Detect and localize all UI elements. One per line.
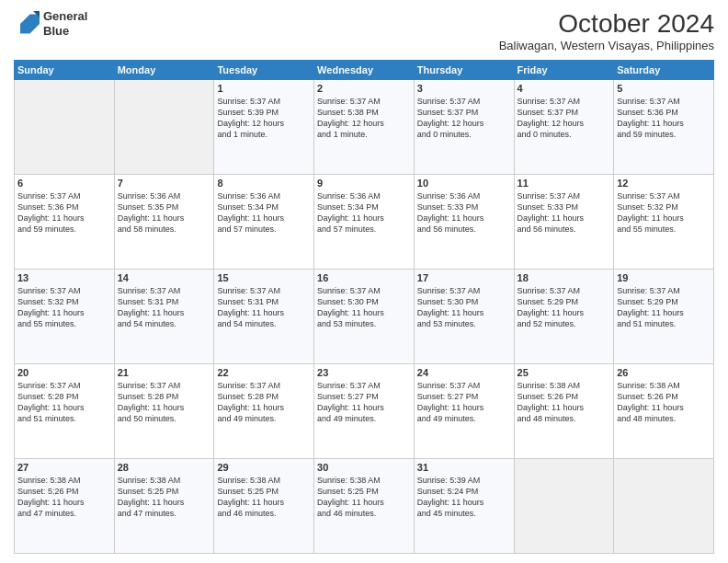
cell-content: Sunrise: 5:37 AM Sunset: 5:27 PM Dayligh… (317, 380, 411, 425)
day-number: 2 (317, 83, 411, 94)
calendar-cell: 30Sunrise: 5:38 AM Sunset: 5:25 PM Dayli… (314, 459, 415, 554)
logo: General Blue (14, 9, 87, 38)
cell-content: Sunrise: 5:37 AM Sunset: 5:32 PM Dayligh… (617, 190, 711, 236)
calendar-cell: 17Sunrise: 5:37 AM Sunset: 5:30 PM Dayli… (414, 270, 514, 364)
day-number: 11 (518, 178, 611, 189)
calendar-cell: 8Sunrise: 5:36 AM Sunset: 5:34 PM Daylig… (214, 175, 314, 270)
calendar-cell: 20Sunrise: 5:37 AM Sunset: 5:28 PM Dayli… (15, 364, 115, 459)
header-cell-sunday: Sunday (15, 61, 115, 80)
calendar-cell (514, 459, 614, 554)
calendar-cell: 1Sunrise: 5:37 AM Sunset: 5:39 PM Daylig… (214, 80, 314, 175)
week-row-3: 20Sunrise: 5:37 AM Sunset: 5:28 PM Dayli… (15, 364, 714, 459)
day-number: 1 (217, 83, 311, 94)
day-number: 7 (118, 178, 211, 189)
day-number: 15 (217, 272, 311, 283)
day-number: 25 (518, 367, 611, 378)
calendar-cell: 29Sunrise: 5:38 AM Sunset: 5:25 PM Dayli… (214, 459, 314, 554)
cell-content: Sunrise: 5:37 AM Sunset: 5:31 PM Dayligh… (217, 285, 311, 330)
cell-content: Sunrise: 5:37 AM Sunset: 5:28 PM Dayligh… (118, 380, 211, 425)
cell-content: Sunrise: 5:38 AM Sunset: 5:26 PM Dayligh… (17, 475, 111, 520)
calendar-cell: 2Sunrise: 5:37 AM Sunset: 5:38 PM Daylig… (314, 80, 415, 175)
day-number: 5 (617, 83, 711, 94)
calendar-cell: 13Sunrise: 5:37 AM Sunset: 5:32 PM Dayli… (15, 270, 115, 364)
calendar-cell: 4Sunrise: 5:37 AM Sunset: 5:37 PM Daylig… (514, 80, 614, 175)
cell-content: Sunrise: 5:37 AM Sunset: 5:30 PM Dayligh… (317, 285, 411, 330)
cell-content: Sunrise: 5:37 AM Sunset: 5:28 PM Dayligh… (217, 380, 311, 425)
cell-content: Sunrise: 5:37 AM Sunset: 5:30 PM Dayligh… (417, 285, 511, 330)
calendar-cell: 31Sunrise: 5:39 AM Sunset: 5:24 PM Dayli… (414, 459, 514, 554)
cell-content: Sunrise: 5:38 AM Sunset: 5:25 PM Dayligh… (317, 475, 411, 520)
cell-content: Sunrise: 5:37 AM Sunset: 5:39 PM Dayligh… (217, 96, 311, 141)
day-number: 16 (317, 272, 411, 283)
day-number: 27 (17, 462, 111, 473)
calendar-cell: 19Sunrise: 5:37 AM Sunset: 5:29 PM Dayli… (614, 270, 714, 364)
week-row-4: 27Sunrise: 5:38 AM Sunset: 5:26 PM Dayli… (15, 459, 714, 554)
calendar-cell: 9Sunrise: 5:36 AM Sunset: 5:34 PM Daylig… (314, 175, 415, 270)
calendar-cell: 14Sunrise: 5:37 AM Sunset: 5:31 PM Dayli… (114, 270, 214, 364)
cell-content: Sunrise: 5:37 AM Sunset: 5:37 PM Dayligh… (417, 96, 511, 141)
calendar-cell: 15Sunrise: 5:37 AM Sunset: 5:31 PM Dayli… (214, 270, 314, 364)
cell-content: Sunrise: 5:38 AM Sunset: 5:25 PM Dayligh… (118, 475, 211, 520)
logo-icon (14, 11, 40, 37)
header: General Blue October 2024 Baliwagan, Wes… (14, 9, 714, 52)
day-number: 28 (118, 462, 211, 473)
calendar-cell: 11Sunrise: 5:37 AM Sunset: 5:33 PM Dayli… (514, 175, 614, 270)
header-row: SundayMondayTuesdayWednesdayThursdayFrid… (15, 61, 714, 80)
day-number: 19 (617, 272, 711, 283)
day-number: 26 (617, 367, 711, 378)
cell-content: Sunrise: 5:39 AM Sunset: 5:24 PM Dayligh… (417, 475, 511, 520)
cell-content: Sunrise: 5:38 AM Sunset: 5:26 PM Dayligh… (518, 380, 611, 425)
calendar-cell: 3Sunrise: 5:37 AM Sunset: 5:37 PM Daylig… (414, 80, 514, 175)
header-cell-thursday: Thursday (414, 61, 514, 80)
cell-content: Sunrise: 5:37 AM Sunset: 5:29 PM Dayligh… (617, 285, 711, 330)
day-number: 22 (217, 367, 311, 378)
day-number: 14 (118, 272, 211, 283)
calendar-cell: 26Sunrise: 5:38 AM Sunset: 5:26 PM Dayli… (614, 364, 714, 459)
calendar-table: SundayMondayTuesdayWednesdayThursdayFrid… (14, 60, 714, 554)
cell-content: Sunrise: 5:37 AM Sunset: 5:36 PM Dayligh… (617, 96, 711, 141)
cell-content: Sunrise: 5:37 AM Sunset: 5:32 PM Dayligh… (17, 285, 111, 330)
calendar-cell: 16Sunrise: 5:37 AM Sunset: 5:30 PM Dayli… (314, 270, 415, 364)
calendar-cell: 25Sunrise: 5:38 AM Sunset: 5:26 PM Dayli… (514, 364, 614, 459)
cell-content: Sunrise: 5:37 AM Sunset: 5:31 PM Dayligh… (118, 285, 211, 330)
calendar-cell (614, 459, 714, 554)
cell-content: Sunrise: 5:37 AM Sunset: 5:36 PM Dayligh… (17, 190, 111, 236)
day-number: 18 (518, 272, 611, 283)
day-number: 29 (217, 462, 311, 473)
calendar-cell: 18Sunrise: 5:37 AM Sunset: 5:29 PM Dayli… (514, 270, 614, 364)
header-cell-friday: Friday (514, 61, 614, 80)
day-number: 4 (518, 83, 611, 94)
logo-line1: General (43, 9, 87, 24)
cell-content: Sunrise: 5:36 AM Sunset: 5:34 PM Dayligh… (217, 190, 311, 236)
day-number: 9 (317, 178, 411, 189)
calendar-cell: 24Sunrise: 5:37 AM Sunset: 5:27 PM Dayli… (414, 364, 514, 459)
calendar-cell: 10Sunrise: 5:36 AM Sunset: 5:33 PM Dayli… (414, 175, 514, 270)
calendar-cell: 6Sunrise: 5:37 AM Sunset: 5:36 PM Daylig… (15, 175, 115, 270)
calendar-cell: 5Sunrise: 5:37 AM Sunset: 5:36 PM Daylig… (614, 80, 714, 175)
subtitle: Baliwagan, Western Visayas, Philippines (499, 39, 714, 52)
header-cell-tuesday: Tuesday (214, 61, 314, 80)
week-row-0: 1Sunrise: 5:37 AM Sunset: 5:39 PM Daylig… (15, 80, 714, 175)
cell-content: Sunrise: 5:37 AM Sunset: 5:38 PM Dayligh… (317, 96, 411, 141)
logo-line2: Blue (43, 24, 87, 39)
day-number: 30 (317, 462, 411, 473)
day-number: 10 (417, 178, 511, 189)
day-number: 12 (617, 178, 711, 189)
cell-content: Sunrise: 5:37 AM Sunset: 5:28 PM Dayligh… (17, 380, 111, 425)
calendar-cell: 22Sunrise: 5:37 AM Sunset: 5:28 PM Dayli… (214, 364, 314, 459)
header-cell-wednesday: Wednesday (314, 61, 415, 80)
calendar-cell: 7Sunrise: 5:36 AM Sunset: 5:35 PM Daylig… (114, 175, 214, 270)
calendar-cell (114, 80, 214, 175)
cell-content: Sunrise: 5:38 AM Sunset: 5:26 PM Dayligh… (617, 380, 711, 425)
day-number: 23 (317, 367, 411, 378)
calendar-cell: 27Sunrise: 5:38 AM Sunset: 5:26 PM Dayli… (15, 459, 115, 554)
week-row-2: 13Sunrise: 5:37 AM Sunset: 5:32 PM Dayli… (15, 270, 714, 364)
cell-content: Sunrise: 5:37 AM Sunset: 5:29 PM Dayligh… (518, 285, 611, 330)
day-number: 20 (17, 367, 111, 378)
cell-content: Sunrise: 5:37 AM Sunset: 5:37 PM Dayligh… (518, 96, 611, 141)
week-row-1: 6Sunrise: 5:37 AM Sunset: 5:36 PM Daylig… (15, 175, 714, 270)
title-block: October 2024 Baliwagan, Western Visayas,… (499, 9, 714, 52)
day-number: 6 (17, 178, 111, 189)
day-number: 24 (417, 367, 511, 378)
cell-content: Sunrise: 5:38 AM Sunset: 5:25 PM Dayligh… (217, 475, 311, 520)
